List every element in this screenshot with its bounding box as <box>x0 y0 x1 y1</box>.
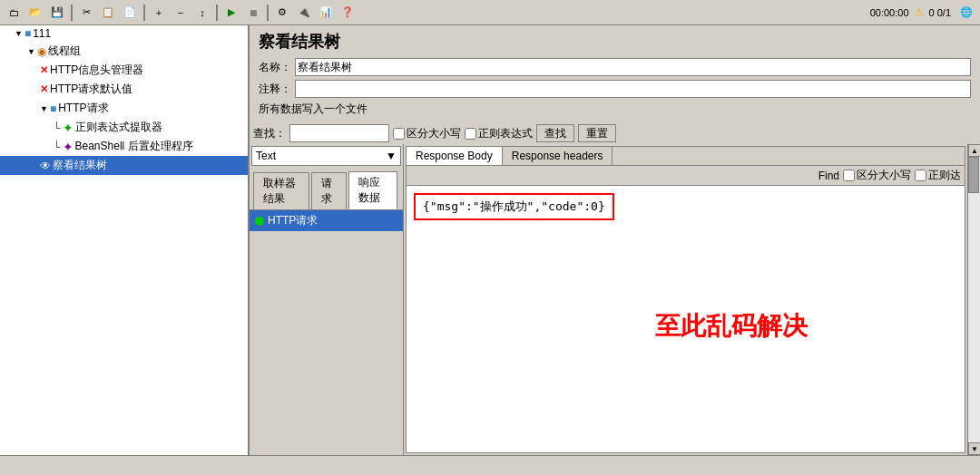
status-dot-icon <box>255 217 264 226</box>
toolbar-btn-globe[interactable]: 🌐 <box>956 3 976 23</box>
tree-beanshell-label: BeanShell 后置处理程序 <box>75 139 193 154</box>
form-name-label: 名称： <box>259 60 291 75</box>
tab-request[interactable]: 请求 <box>311 172 346 209</box>
error-icon-1: ✕ <box>40 64 48 76</box>
checkbox-case[interactable] <box>393 128 405 140</box>
expand-icon-tg: ▼ <box>27 47 35 56</box>
dropdown-label: Text <box>256 150 276 162</box>
scroll-down-btn[interactable]: ▼ <box>968 442 980 455</box>
tree-root-label: 111 <box>33 27 51 40</box>
toolbar-btn-plugin[interactable]: 🔌 <box>294 3 314 23</box>
content-list: Text ▼ 取样器结果 请求 响应数据 HTTP请求 <box>250 144 404 455</box>
status-bar <box>0 455 980 475</box>
tree-item-http-defaults[interactable]: ✕ HTTP请求默认值 <box>0 80 248 99</box>
checkbox-regex-label: 正则表达式 <box>465 126 533 141</box>
eye-icon: 👁 <box>40 160 51 172</box>
toolbar-btn-run[interactable]: ▶ <box>221 3 241 23</box>
response-content: {"msg":"操作成功","code":0} 至此乱码解决 <box>407 186 965 452</box>
toolbar-btn-new[interactable]: 🗀 <box>4 3 24 23</box>
tabs-container: 取样器结果 请求 响应数据 <box>250 168 403 210</box>
toolbar-btn-toggle[interactable]: ↕ <box>192 3 212 23</box>
list-item-http-request[interactable]: HTTP请求 <box>250 210 403 231</box>
panel-title: 察看结果树 <box>250 25 980 56</box>
toolbar-btn-paste[interactable]: 📄 <box>120 3 140 23</box>
toolbar-separator-2 <box>143 5 145 21</box>
root-icon: ■ <box>24 27 31 40</box>
main-container: ▼ ■ 111 ▼ ◉ 线程组 ✕ HTTP信息头管理器 ✕ HTTP请求默认值… <box>0 25 980 455</box>
tree-item-root[interactable]: ▼ ■ 111 <box>0 25 248 42</box>
form-note: 所有数据写入一个文件 <box>250 100 980 121</box>
toolbar-right: 00:00:00 ⚠ 0 0/1 🌐 <box>870 3 976 23</box>
toolbar-status: 0 0/1 <box>929 7 951 18</box>
toolbar-btn-settings[interactable]: ⚙ <box>272 3 292 23</box>
toolbar-btn-report[interactable]: 📊 <box>316 3 336 23</box>
right-panel: 察看结果树 名称： 注释： 所有数据写入一个文件 查找： 区分大小写 正则表达式 <box>250 25 980 455</box>
toolbar-warning-icon: ⚠ <box>915 6 924 18</box>
tree-thread-label: 线程组 <box>48 44 81 59</box>
expand-icon-hr: ▼ <box>40 104 48 113</box>
toolbar: 🗀 📂 💾 ✂ 📋 📄 + − ↕ ▶ ⏹ ⚙ 🔌 📊 ❓ 00:00:00 ⚠… <box>0 0 980 25</box>
form-comment-input[interactable] <box>295 80 971 98</box>
checkbox-case-label: 区分大小写 <box>393 126 461 141</box>
response-sub-tab-body[interactable]: Response Body <box>407 147 503 165</box>
tree-item-http-request[interactable]: ▼ ■ HTTP请求 <box>0 99 248 118</box>
toolbar-separator-4 <box>267 5 269 21</box>
toolbar-separator-3 <box>216 5 218 21</box>
tree-viewresults-label: 察看结果树 <box>53 158 107 173</box>
find-checkbox-case[interactable] <box>843 170 855 181</box>
bullet-regex: ✦ <box>63 121 74 135</box>
tree-item-regex[interactable]: └ ✦ 正则表达式提取器 <box>0 118 248 137</box>
tree-item-view-results[interactable]: 👁 察看结果树 <box>0 156 248 175</box>
tree-item-beanshell[interactable]: └ ✦ BeanShell 后置处理程序 <box>0 137 248 156</box>
tree-regex-label: 正则表达式提取器 <box>75 120 162 135</box>
checkbox-regex[interactable] <box>465 128 476 140</box>
tree-defaults-label: HTTP请求默认值 <box>50 82 132 97</box>
tree-item-thread-group[interactable]: ▼ ◉ 线程组 <box>0 42 248 61</box>
toolbar-btn-save[interactable]: 💾 <box>47 3 67 23</box>
watermark-text: 至此乱码解决 <box>655 309 808 344</box>
folder-icon-hr: ■ <box>50 102 56 115</box>
response-find-bar: Find 区分大小写 正则达 <box>407 166 965 186</box>
find-button[interactable]: 查找 <box>536 124 574 142</box>
checkbox-case-text: 区分大小写 <box>407 126 461 141</box>
find-checkbox-case-label: 区分大小写 <box>843 168 911 183</box>
tree-headers-label: HTTP信息头管理器 <box>50 63 143 78</box>
response-panel: Response Body Response headers Find 区分大小… <box>406 146 965 453</box>
tab-sampler-results[interactable]: 取样器结果 <box>253 172 309 209</box>
tab-response-data[interactable]: 响应数据 <box>348 171 397 209</box>
content-area: Text ▼ 取样器结果 请求 响应数据 HTTP请求 <box>250 144 980 455</box>
bullet-bean: ✦ <box>63 140 74 154</box>
toolbar-btn-open[interactable]: 📂 <box>25 3 45 23</box>
child-icon-regex: └ <box>53 121 61 134</box>
scroll-track <box>968 157 980 442</box>
form-name-input[interactable] <box>295 58 971 76</box>
toolbar-btn-collapse[interactable]: − <box>171 3 191 23</box>
toolbar-btn-stop[interactable]: ⏹ <box>243 3 263 23</box>
scroll-up-btn[interactable]: ▲ <box>968 144 980 157</box>
find-checkbox-regex-label: 正则达 <box>915 168 961 183</box>
left-panel: ▼ ■ 111 ▼ ◉ 线程组 ✕ HTTP信息头管理器 ✕ HTTP请求默认值… <box>0 25 250 455</box>
toolbar-btn-copy[interactable]: 📋 <box>98 3 118 23</box>
toolbar-separator-1 <box>71 5 73 21</box>
toolbar-btn-cut[interactable]: ✂ <box>76 3 96 23</box>
expand-icon: ▼ <box>15 29 23 38</box>
toolbar-time: 00:00:00 <box>870 7 909 18</box>
content-dropdown[interactable]: Text ▼ <box>251 146 401 166</box>
form-comment-label: 注释： <box>259 82 291 97</box>
error-icon-2: ✕ <box>40 83 48 95</box>
response-sub-tab-headers[interactable]: Response headers <box>503 147 613 165</box>
response-json: {"msg":"操作成功","code":0} <box>414 193 614 220</box>
toolbar-btn-help[interactable]: ❓ <box>338 3 358 23</box>
form-comment-row: 注释： <box>250 78 980 100</box>
reset-button[interactable]: 重置 <box>578 124 616 142</box>
toolbar-btn-expand[interactable]: + <box>149 3 169 23</box>
search-input[interactable] <box>289 124 389 142</box>
form-name-row: 名称： <box>250 56 980 78</box>
scrollbar-v[interactable]: ▲ ▼ <box>967 144 980 455</box>
tree-item-http-headers[interactable]: ✕ HTTP信息头管理器 <box>0 61 248 80</box>
find-checkbox-case-text: 区分大小写 <box>857 168 911 183</box>
scroll-thumb[interactable] <box>968 157 979 193</box>
search-label: 查找： <box>253 126 286 141</box>
find-checkbox-regex[interactable] <box>915 170 926 181</box>
search-bar: 查找： 区分大小写 正则表达式 查找 重置 <box>250 121 980 144</box>
